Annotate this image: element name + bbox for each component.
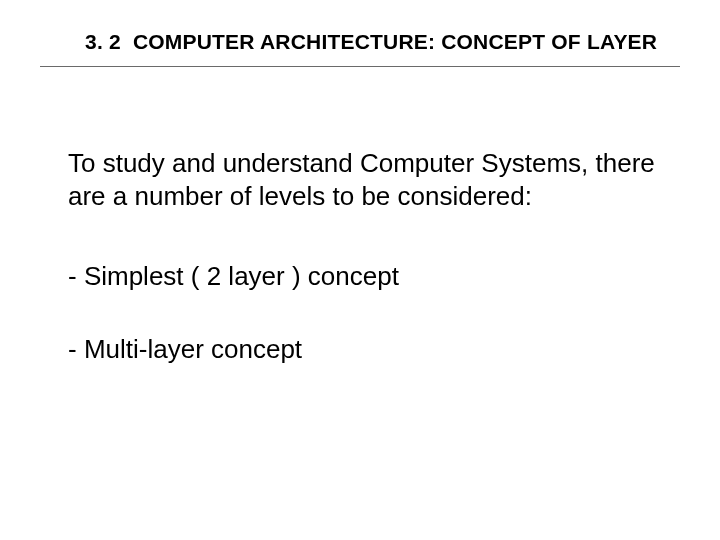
title-text: COMPUTER ARCHITECTURE: CONCEPT OF LAYER [133, 30, 657, 53]
concept-item-2: - Multi-layer concept [68, 333, 665, 366]
slide: 3. 2 COMPUTER ARCHITECTURE: CONCEPT OF L… [0, 0, 720, 540]
section-number: 3. 2 [85, 30, 121, 53]
intro-paragraph: To study and understand Computer Systems… [68, 147, 665, 212]
slide-body: To study and understand Computer Systems… [0, 67, 720, 365]
slide-title: 3. 2 COMPUTER ARCHITECTURE: CONCEPT OF L… [85, 30, 680, 54]
concept-item-1: - Simplest ( 2 layer ) concept [68, 260, 665, 293]
slide-header: 3. 2 COMPUTER ARCHITECTURE: CONCEPT OF L… [0, 0, 720, 62]
